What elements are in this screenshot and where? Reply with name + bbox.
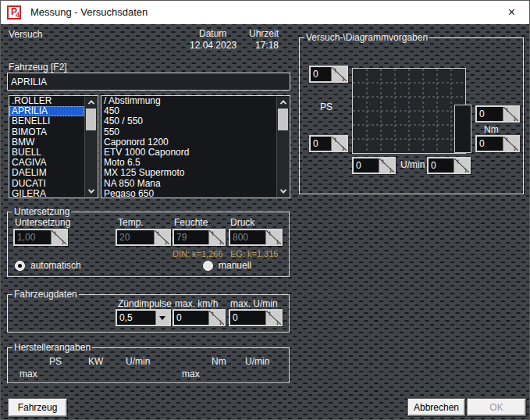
ps-max-spinner[interactable]: 0 (309, 66, 348, 83)
umin-max-spinner[interactable]: 0 (427, 157, 471, 174)
umin-axis-label: U/min (400, 159, 425, 170)
untersetzung-label: Untersetzung (15, 217, 70, 228)
brand-list-item[interactable]: CAGIVA (9, 158, 84, 168)
feuchte-label: Feuchte (174, 217, 208, 228)
datum-label: Datum (199, 28, 226, 39)
model-list-item[interactable]: 450 / 550 (101, 116, 276, 126)
zuendimpulse-dropdown[interactable]: 0,5 (116, 309, 171, 326)
radio-automatisch[interactable]: automatisch (15, 260, 81, 271)
app-icon-sub: 4 (16, 10, 20, 20)
model-list-item[interactable]: 450 (101, 106, 276, 116)
temp-spinner[interactable]: 20 (116, 229, 171, 246)
din-k-value: DIN: k=1,266 (173, 249, 223, 258)
druck-spinner[interactable]: 800 (229, 229, 283, 246)
radio-manuell[interactable]: manuell (203, 260, 251, 271)
brand-list-item[interactable]: BUELL (9, 148, 84, 158)
scroll-down-icon[interactable] (277, 186, 289, 197)
title-bar: P 4 Messung - Versuchsdaten × (1, 1, 529, 24)
model-listbox[interactable]: / Abstimmung 450 450 / 550 550 Caponord … (101, 95, 290, 198)
brand-list-item[interactable]: GILERA (9, 189, 84, 198)
brand-list-item-selected[interactable]: APRILIA (9, 106, 84, 116)
scroll-up-icon[interactable] (85, 97, 97, 108)
radio-unchecked-icon (203, 261, 213, 271)
model-list-item[interactable]: Moto 6.5 (101, 158, 276, 168)
spin-updown-icon[interactable] (154, 230, 169, 244)
spin-updown-icon[interactable] (331, 137, 347, 151)
radio-checked-icon (15, 261, 25, 271)
untersetzung-spinner[interactable]: 1,00 (13, 229, 68, 246)
eg-k-value: EG: k=1,315 (230, 249, 278, 258)
max-umin-spinner[interactable]: 0 (229, 309, 283, 326)
dialog-window: P 4 Messung - Versuchsdaten × Versuch Da… (0, 0, 530, 420)
ps-min-spinner[interactable]: 0 (309, 135, 348, 152)
untersetzung-group-label: Untersetzung (12, 206, 71, 217)
hersteller-header-ps: PS (49, 356, 62, 367)
spin-updown-icon[interactable] (208, 311, 224, 325)
scroll-up-icon[interactable] (277, 97, 289, 108)
model-list-item[interactable]: NA 850 Mana (101, 179, 276, 189)
brand-list-item[interactable]: BMW (9, 137, 84, 148)
hersteller-header-umin1: U/min (126, 356, 150, 367)
model-list-item[interactable]: 550 (101, 127, 276, 137)
app-icon: P 4 (7, 5, 21, 20)
spin-updown-icon[interactable] (265, 311, 281, 325)
close-button[interactable]: × (494, 1, 529, 24)
max-umin-label: max. U/min (230, 298, 278, 309)
abbrechen-button[interactable]: Abbrechen (407, 398, 465, 416)
fahrzeugdaten-group-label: Fahrzeugdaten (12, 289, 79, 300)
druck-label: Druck (230, 217, 254, 228)
dropdown-arrow-icon[interactable] (155, 311, 169, 325)
uhrzeit-value: 17:18 (255, 40, 279, 51)
spin-updown-icon[interactable] (208, 230, 224, 244)
nm-axis-label: Nm (484, 124, 499, 135)
feuchte-spinner[interactable]: 79 (173, 229, 226, 246)
spin-updown-icon[interactable] (265, 230, 281, 244)
hersteller-header-kw: KW (88, 356, 103, 367)
scrollbar-thumb[interactable] (86, 109, 96, 130)
diagram-group-label: Versuch-\Diagrammvorgaben (304, 32, 429, 43)
fahrzeug-button[interactable]: Fahrzeug (8, 398, 67, 417)
hersteller-header-umin2: U/min (245, 356, 269, 367)
spin-updown-icon[interactable] (379, 158, 394, 173)
nm-min-spinner[interactable]: 0 (475, 135, 520, 152)
scroll-down-icon[interactable] (85, 186, 97, 197)
zuendimpulse-label: Zündimpulse (118, 298, 172, 309)
umin-min-spinner[interactable]: 0 (352, 157, 396, 174)
hersteller-max-row-1: max (20, 368, 37, 379)
temp-label: Temp. (118, 217, 144, 228)
hersteller-header-nm: Nm (212, 356, 226, 367)
spin-updown-icon[interactable] (51, 230, 66, 244)
brand-list-item[interactable]: .ROLLER (9, 96, 84, 106)
model-list-item[interactable]: Pegaso 650 (101, 189, 276, 198)
window-title: Messung - Versuchsdaten (30, 6, 148, 18)
brand-list-item[interactable]: BENELLI (9, 116, 84, 126)
model-list-item[interactable]: ETV 1000 Caponord (101, 148, 276, 158)
nm-max-spinner[interactable]: 0 (475, 105, 520, 123)
hersteller-max-row-2: max (182, 368, 200, 379)
hersteller-group-label: Herstellerangaben (12, 342, 92, 353)
model-list-item[interactable]: Caponord 1200 (101, 137, 276, 148)
model-list-item[interactable]: MX 125 Supermoto (101, 168, 276, 178)
uhrzeit-label: Uhrzeit (249, 28, 279, 39)
spin-updown-icon[interactable] (503, 107, 518, 121)
fahrzeug-label: Fahrzeug [F2] (9, 62, 67, 73)
brand-scrollbar[interactable] (84, 97, 97, 197)
spin-updown-icon[interactable] (454, 158, 469, 173)
model-list-item[interactable]: / Abstimmung (101, 96, 276, 106)
brand-listbox[interactable]: .ROLLER APRILIA BENELLI BIMOTA BMW BUELL… (9, 95, 98, 198)
scrollbar-thumb[interactable] (278, 109, 288, 130)
spin-updown-icon[interactable] (331, 67, 347, 81)
close-icon: × (508, 5, 515, 20)
versuch-label: Versuch (9, 29, 42, 40)
ok-button[interactable]: OK (467, 398, 526, 416)
spin-updown-icon[interactable] (503, 137, 518, 151)
max-kmh-label: max. km/h (175, 298, 218, 309)
brand-list-item[interactable]: BIMOTA (9, 127, 84, 137)
brand-list-item[interactable]: DUCATI (9, 179, 84, 189)
brand-list-item[interactable]: DAELIM (9, 168, 84, 178)
fahrzeug-input[interactable] (7, 73, 290, 91)
max-kmh-spinner[interactable]: 0 (173, 309, 226, 326)
diagram-side-panel (454, 105, 471, 153)
model-scrollbar[interactable] (276, 97, 289, 197)
diagram-preview (352, 68, 466, 154)
